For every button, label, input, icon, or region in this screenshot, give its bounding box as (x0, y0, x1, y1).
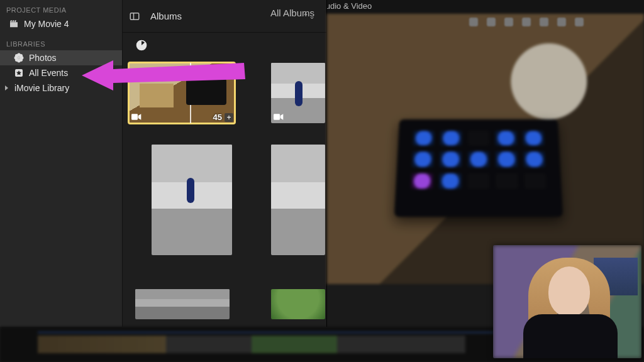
media-thumb[interactable] (152, 145, 232, 255)
video-icon (131, 113, 142, 121)
thumbnail-grid: 45 + (123, 57, 326, 327)
presenter-pip (493, 245, 641, 358)
flower-icon (14, 53, 24, 63)
svg-point-0 (18, 57, 20, 59)
sidebar-item-imovie-library[interactable]: iMovie Library (0, 80, 122, 96)
sidebar-item-label: Photos (29, 53, 57, 63)
clip-duration: 45 (213, 112, 222, 122)
sidebar-item-label: All Events (29, 68, 68, 78)
sidebar-item-photos[interactable]: Photos (0, 50, 122, 65)
add-clip-icon[interactable]: + (225, 113, 233, 122)
clapperboard-icon (9, 19, 19, 29)
svg-point-5 (16, 55, 18, 57)
preview-viewer (327, 14, 644, 284)
svg-rect-14 (274, 114, 280, 119)
library-sidebar: PROJECT MEDIA My Movie 4 LIBRARIES Photo… (0, 0, 123, 327)
svg-rect-10 (130, 13, 139, 19)
breadcrumb-all-albums[interactable]: All Albums (270, 8, 314, 18)
project-media-header: PROJECT MEDIA (0, 3, 122, 16)
chevron-right-icon (5, 85, 11, 90)
svg-point-6 (20, 55, 22, 57)
media-thumb[interactable] (135, 289, 230, 319)
albums-dropdown-label: Albums (150, 11, 182, 21)
svg-rect-13 (131, 114, 138, 119)
media-thumb[interactable] (271, 289, 325, 319)
sidebar-item-all-events[interactable]: All Events (0, 65, 122, 80)
stream-deck-device (394, 119, 564, 217)
project-item[interactable]: My Movie 4 (0, 16, 122, 31)
project-name: My Movie 4 (24, 19, 69, 29)
svg-point-8 (20, 59, 22, 61)
svg-point-7 (16, 59, 18, 61)
sidebar-item-label: iMovie Library (14, 83, 69, 93)
star-icon (14, 68, 24, 78)
sidebar-toggle-icon[interactable] (129, 11, 140, 22)
libraries-header: LIBRARIES (0, 36, 122, 50)
viewer-toolbar (434, 18, 619, 30)
media-thumb[interactable] (271, 63, 325, 123)
media-thumb[interactable] (271, 145, 325, 255)
clock-filter-icon[interactable] (135, 39, 148, 52)
media-browser: Albums ⌃⌄ 45 + (123, 0, 327, 327)
video-icon (274, 113, 284, 121)
media-thumb[interactable]: 45 + (129, 63, 235, 123)
